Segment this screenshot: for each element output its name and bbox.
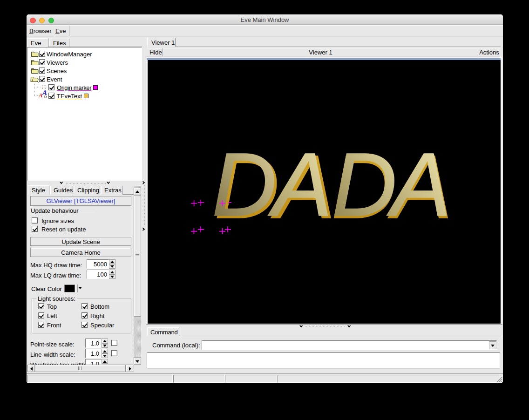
svg-text:Ω: Ω [44,95,47,99]
svg-text:A: A [387,134,447,235]
svg-text:D: D [332,134,394,235]
svg-text:A: A [268,134,328,235]
svg-text:D: D [212,134,274,235]
